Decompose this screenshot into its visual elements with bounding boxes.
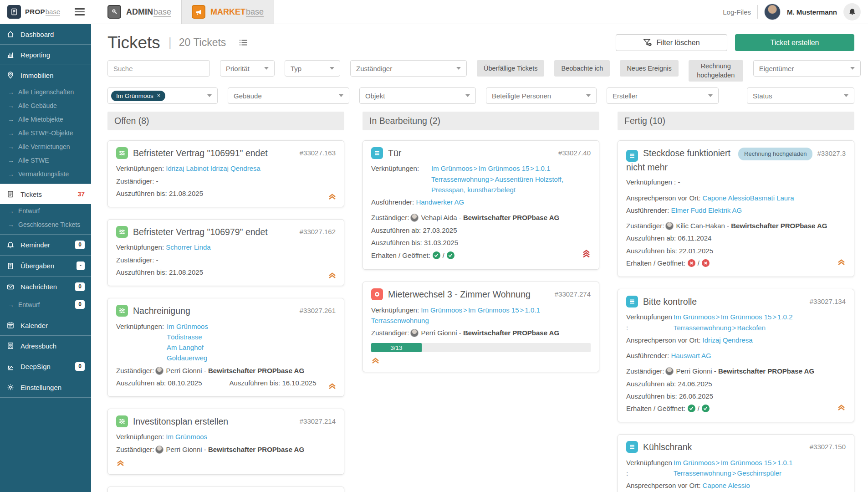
sidebar-item-immobilien[interactable]: Immobilien [0,65,91,85]
sidebar-item-nachrichten[interactable]: Nachrichten 0 [0,277,91,297]
ticket-card[interactable]: Befristeter Vertrag "106991" endet #3302… [107,140,344,207]
priority-chevron-icon[interactable] [837,258,846,268]
priority-chevron-icon[interactable] [116,460,125,468]
link-contractor[interactable]: Handwerker AG [416,198,464,206]
priority-low-icon [116,305,128,317]
link-property[interactable]: Im Grünmoos [674,459,715,466]
sidebar-item-reporting[interactable]: Reporting [0,45,91,65]
nachrichten-count-badge: 0 [75,282,85,291]
sidebar-item-uebergaben[interactable]: Übergaben - [0,256,91,276]
type-select[interactable]: Typ [285,60,340,77]
sidebar-item-geschlossene-tickets[interactable]: →Geschlossene Tickets [0,218,91,234]
creator-select[interactable]: Ersteller [607,87,719,104]
user-avatar[interactable] [764,4,781,20]
create-ticket-button[interactable]: Ticket erstellen [735,34,854,51]
link-building[interactable]: Im Grünmoos 15 [721,459,772,466]
menu-icon[interactable] [75,0,85,24]
ticket-card[interactable]: Kühlschrank #33027.150 Verknüpfungen : I… [618,434,854,492]
ticket-card[interactable]: Bitte kontrolle #33027.134 Verknüpfungen… [618,289,854,422]
sidebar-item-adressbuch[interactable]: Adressbuch [0,336,91,356]
sidebar-item-einstellungen[interactable]: Einstellungen [0,377,91,397]
link-contact[interactable]: Idrizaj Labinot Idrizaj Qendresa [166,164,260,172]
sidebar-item-tickets[interactable]: Tickets 37 [0,184,91,204]
building-select[interactable]: Gebäude [228,87,349,104]
priority-chevron-icon[interactable] [371,357,380,365]
sidebar-item-entwurf[interactable]: →Entwurf [0,204,91,218]
invoice-uploaded-toggle[interactable]: Rechnung hochgeladen [689,60,743,82]
ticket-number: #33027.150 [810,441,846,451]
link-component[interactable]: Backofen [737,324,766,332]
user-name[interactable]: M. Mustermann [787,8,837,16]
sidebar-item-alle-liegenschaften[interactable]: →Alle Liegenschaften [0,85,91,99]
ticket-card[interactable]: #33027.3 Rechnung hochgeladen Steckdose … [618,140,854,277]
chevron-down-icon [850,67,855,70]
priority-chevron-icon[interactable] [328,272,337,280]
property-select[interactable]: Im Grünmoos× [107,87,218,104]
ticket-card[interactable]: Mieterwechsel 3 - Zimmer Wohnung #33027.… [363,282,599,372]
watching-toggle[interactable]: Beobachte ich [554,60,610,77]
link-property[interactable]: Tödistrasse [167,332,208,342]
sidebar-item-dashboard[interactable]: Dashboard [0,24,91,44]
assignee-select[interactable]: Zuständiger [350,60,467,77]
remove-chip-icon[interactable]: × [157,93,160,99]
overdue-tickets-toggle[interactable]: Überfällige Tickets [477,60,544,77]
uebergaben-count-badge: - [77,261,85,270]
calendar-icon [6,321,15,329]
sidebar-item-deepsign[interactable]: DeepSign 0 [0,356,91,377]
link-contractor[interactable]: Elmer Fudd Elektrik AG [671,206,742,214]
clear-filters-button[interactable]: Filter löschen [616,34,727,51]
property-filter-chip[interactable]: Im Grünmoos× [111,91,165,101]
sidebar-item-alle-mietobjekte[interactable]: →Alle Mietobjekte [0,113,91,126]
ticket-card[interactable]: Nachreinigung #33027.261 Verknüpfungen: … [107,298,344,397]
link-property[interactable]: Im Grünmoos [167,321,208,332]
propbase-logo[interactable]: PROPbase [0,0,72,24]
sidebar-item-alle-stwe[interactable]: →Alle STWE [0,154,91,167]
link-building[interactable]: Im Grünmoos 15 [479,164,530,172]
link-property[interactable]: Im Grünmoos [674,313,715,321]
log-files-link[interactable]: Log-Files [723,8,751,16]
sidebar-item-alle-stwe-objekte[interactable]: →Alle STWE-Objekte [0,126,91,140]
link-building[interactable]: Im Grünmoos 15 [468,306,519,314]
link-property[interactable]: Im Grünmoos [421,306,462,314]
list-view-toggle[interactable] [239,39,248,46]
link-property[interactable]: Am Langhof [167,342,208,353]
priority-chevron-icon[interactable] [582,250,591,261]
link-contact[interactable]: Idrizaj Qendresa [703,336,753,344]
sidebar-item-reminder[interactable]: Reminder 0 [0,235,91,255]
link-contact[interactable]: Capone Alessio [703,482,750,489]
priority-chevron-icon[interactable] [837,403,846,414]
tab-adminbase[interactable]: ADMINbase [97,0,181,24]
owner-select[interactable]: Eigentümer [753,60,861,77]
link-property[interactable]: Goldauerweg [167,353,208,363]
ticket-card[interactable]: Tür #33027.40 Verknüpfungen: Im Grünmoos… [363,140,599,270]
involved-persons-select[interactable]: Beteiligte Personen [486,87,597,104]
priority-chevron-icon[interactable] [328,193,337,201]
new-event-toggle[interactable]: Neues Ereignis [620,60,678,77]
sidebar-item-kalender[interactable]: Kalender [0,315,91,335]
object-select[interactable]: Objekt [359,87,476,104]
arrow-right-icon: → [8,102,14,109]
search-input[interactable] [107,60,210,77]
link-contact[interactable]: Schorrer Linda [166,243,210,251]
sidebar-item-alle-gebaeude[interactable]: →Alle Gebäude [0,99,91,113]
sidebar-item-alle-vermietungen[interactable]: →Alle Vermietungen [0,140,91,154]
priority-select[interactable]: Priorität [220,60,275,77]
status-select[interactable]: Status [747,87,854,104]
link-property[interactable]: Im Grünmoos [166,433,207,441]
sidebar-item-vermarktungsliste[interactable]: →Vermarktungsliste [0,167,91,184]
link-building[interactable]: Im Grünmoos 15 [721,313,772,321]
tab-marketbase[interactable]: MARKETbase [181,0,274,24]
priority-chevron-icon[interactable] [328,383,337,391]
link-component[interactable]: Geschirrspüler [737,469,782,477]
notifications-button[interactable] [843,3,861,20]
ticket-card[interactable]: Befristeter Vertrag "106979" endet #3302… [107,219,344,286]
link-contact[interactable]: Basmati Laura [750,194,794,202]
sidebar-item-nachrichten-entwurf[interactable]: →Entwurf0 [0,297,91,315]
link-property[interactable]: Im Grünmoos [431,164,473,172]
link-contractor[interactable]: Hauswart AG [671,352,711,359]
ticket-card[interactable]: Investitonsplan erstellen #33027.214 Ver… [107,409,344,475]
arrow-right-icon: → [8,157,14,164]
link-contact[interactable]: Capone Alessio [703,194,750,202]
topbar: PROPbase ADMINbase MARKETbase Log-Files … [0,0,868,24]
ticket-card[interactable]: Mieterwechsel 3 - Zimmer Wohnung #33027.… [107,487,344,492]
